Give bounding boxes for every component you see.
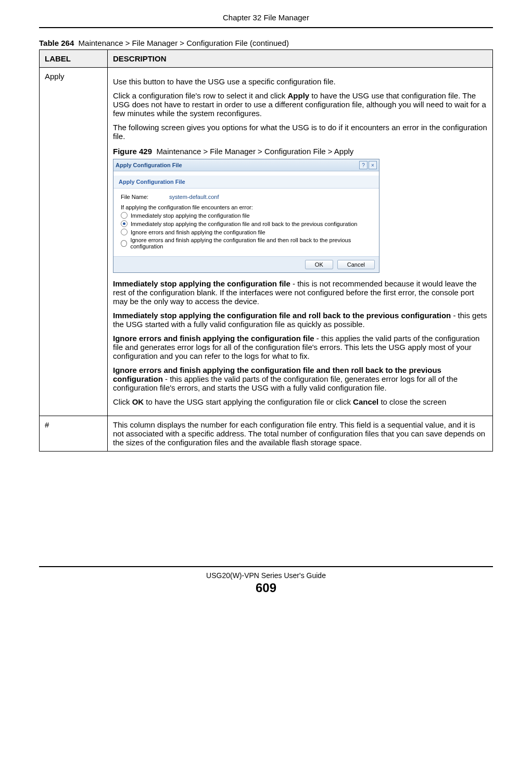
figure-caption: Figure 429 Maintenance > File Manager > … xyxy=(113,147,487,156)
label-cell-hash: # xyxy=(40,416,108,452)
ok-cancel-desc: Click OK to have the USG start applying … xyxy=(113,397,487,406)
apply-para-1: Use this button to have the USG use a sp… xyxy=(113,77,487,86)
ok-button[interactable]: OK xyxy=(305,260,333,269)
dialog-section-title: Apply Configuration File xyxy=(113,176,379,189)
option-2-desc: Immediately stop applying the configurat… xyxy=(113,311,487,329)
dialog-title: Apply Configuration File xyxy=(116,162,182,168)
help-icon[interactable]: ? xyxy=(359,161,368,169)
radio-icon[interactable] xyxy=(121,229,128,235)
apply-para-3: The following screen gives you options f… xyxy=(113,123,487,141)
radio-option-1[interactable]: Immediately stop applying the configurat… xyxy=(121,212,372,219)
label-cell-apply: Apply xyxy=(40,68,108,416)
option-3-desc: Ignore errors and finish applying the co… xyxy=(113,334,487,360)
footer-guide-title: USG20(W)-VPN Series User's Guide xyxy=(39,571,493,580)
apply-para-2: Click a configuration file's row to sele… xyxy=(113,91,487,118)
file-name-value: system-default.conf xyxy=(169,194,219,200)
file-name-label: File Name: xyxy=(121,194,168,200)
cancel-button[interactable]: Cancel xyxy=(337,260,375,269)
description-cell-apply: Use this button to have the USG use a sp… xyxy=(108,68,493,416)
table-caption-text: Maintenance > File Manager > Configurati… xyxy=(79,39,289,47)
radio-label-2: Immediately stop applying the configurat… xyxy=(131,221,357,227)
dialog-button-bar: OK Cancel xyxy=(113,256,379,272)
radio-label-3: Ignore errors and finish applying the co… xyxy=(131,229,265,235)
page-footer: USG20(W)-VPN Series User's Guide 609 xyxy=(39,566,493,595)
close-icon[interactable]: × xyxy=(369,161,377,169)
table-caption: Table 264 Maintenance > File Manager > C… xyxy=(39,39,493,47)
table-row: # This column displays the number for ea… xyxy=(40,416,493,452)
table-number: Table 264 xyxy=(39,39,74,47)
radio-icon[interactable] xyxy=(121,240,127,247)
apply-config-dialog: Apply Configuration File ? × Apply Confi… xyxy=(113,159,379,273)
option-1-desc: Immediately stop applying the configurat… xyxy=(113,279,487,306)
header-label: LABEL xyxy=(40,50,108,68)
figure-caption-text: Maintenance > File Manager > Configurati… xyxy=(156,147,353,156)
header-description: DESCRIPTION xyxy=(108,50,493,68)
figure-number: Figure 429 xyxy=(113,147,152,156)
table-row: Apply Use this button to have the USG us… xyxy=(40,68,493,416)
table-header-row: LABEL DESCRIPTION xyxy=(40,50,493,68)
file-name-row: File Name: system-default.conf xyxy=(121,194,372,200)
radio-icon[interactable] xyxy=(121,220,128,227)
error-prompt: If applying the configuration file encou… xyxy=(121,204,372,210)
config-file-table: LABEL DESCRIPTION Apply Use this button … xyxy=(39,49,493,452)
radio-option-3[interactable]: Ignore errors and finish applying the co… xyxy=(121,229,372,235)
radio-label-1: Immediately stop applying the configurat… xyxy=(131,212,250,219)
radio-option-2[interactable]: Immediately stop applying the configurat… xyxy=(121,220,372,227)
description-cell-hash: This column displays the number for each… xyxy=(108,416,493,452)
footer-page-number: 609 xyxy=(39,581,493,595)
chapter-title: Chapter 32 File Manager xyxy=(39,13,493,28)
option-4-desc: Ignore errors and finish applying the co… xyxy=(113,366,487,392)
radio-option-4[interactable]: Ignore errors and finish applying the co… xyxy=(121,237,372,249)
radio-label-4: Ignore errors and finish applying the co… xyxy=(130,237,372,249)
radio-icon[interactable] xyxy=(121,212,128,219)
dialog-titlebar: Apply Configuration File ? × xyxy=(113,159,379,171)
